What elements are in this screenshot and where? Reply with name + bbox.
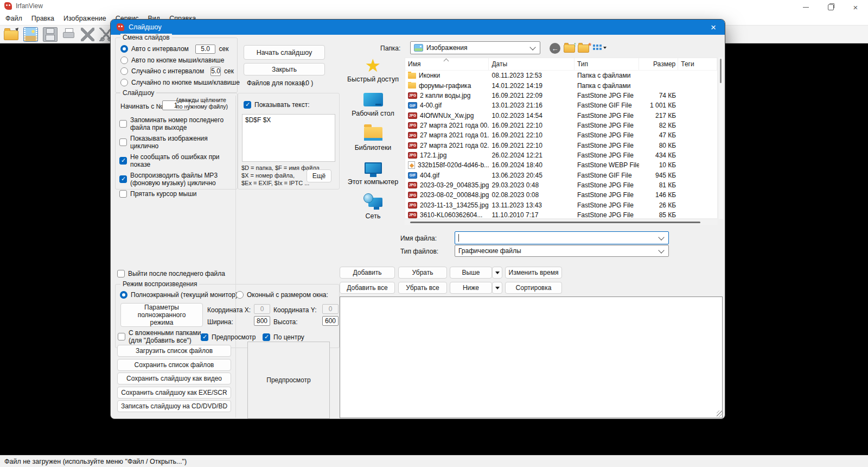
center-checkbox[interactable] — [263, 333, 270, 341]
back-icon[interactable]: ← — [550, 43, 560, 54]
coord-x-input[interactable]: 0 — [254, 304, 270, 314]
column-header-2[interactable]: Даты — [489, 58, 574, 70]
delete-icon[interactable] — [81, 28, 94, 41]
radio-icon[interactable] — [120, 45, 128, 53]
change-time-button[interactable]: Изменить время — [505, 267, 562, 279]
save-file-list-button[interactable]: Сохранить список файлов — [117, 359, 231, 371]
checkbox-icon[interactable] — [119, 120, 127, 128]
table-row[interactable]: JPG2 капли воды.jpg16.09.2021 22:09FastS… — [405, 91, 717, 100]
table-row[interactable]: JPG2023-03-29_004835.jpg29.03.2023 0:48F… — [405, 180, 717, 190]
slide-change-option-3[interactable]: Случайно с интервалом5.0сек — [120, 67, 231, 75]
move-down-button[interactable]: Ниже — [450, 282, 492, 294]
slideshow-option-4[interactable]: Воспроизводить файлы MP3(фоновую музыку)… — [119, 172, 237, 187]
slide-change-option-4[interactable]: Случайно по кнопке мыши/клавише — [120, 78, 231, 87]
width-input[interactable]: 800 — [254, 316, 270, 326]
resize-grip[interactable] — [717, 411, 723, 417]
horizontal-scrollbar-thumb[interactable] — [410, 222, 700, 223]
interval-input[interactable]: 5.0 — [195, 45, 216, 54]
folder-combobox[interactable]: Изображения — [410, 41, 540, 54]
save-slideshow-video-button[interactable]: Сохранить слайдшоу как видео — [117, 373, 231, 384]
table-row[interactable]: JPG4IOfWNUx_Xw.jpg10.02.2023 14:54FastSt… — [405, 110, 717, 120]
exit-after-last-checkbox[interactable] — [117, 270, 125, 277]
new-folder-icon[interactable]: * — [578, 42, 589, 53]
place-desktop[interactable]: Рабочий стол — [342, 90, 404, 124]
move-up-button[interactable]: Выше — [450, 267, 492, 279]
add-all-button[interactable]: Добавить все — [340, 282, 395, 294]
slideshow-option-2[interactable]: Показывать изображения циклично — [119, 135, 237, 150]
show-text-checkbox-row[interactable]: Показывать текст: — [244, 101, 309, 109]
checkbox-icon[interactable] — [119, 138, 127, 146]
radio-icon[interactable] — [120, 79, 128, 86]
column-header-3[interactable]: Тип — [575, 58, 640, 70]
table-row[interactable]: JPG2023-11-13_134255.jpg13.11.2023 13:43… — [405, 200, 717, 210]
print-icon[interactable] — [62, 28, 76, 42]
start-slideshow-button[interactable]: Начать слайдшоу — [244, 45, 325, 60]
slide-change-option-2[interactable]: Авто по кнопке мыши/клавише — [120, 56, 231, 65]
burn-slideshow-cd-button[interactable]: Записать слайдшоу на CD/DVD/BD — [117, 400, 231, 412]
table-row[interactable]: GIF4-00.gif13.01.2023 21:16FastStone GIF… — [405, 100, 717, 110]
dialog-close-icon[interactable]: × — [706, 21, 720, 33]
load-file-list-button[interactable]: Загрузить список файлов — [117, 345, 231, 357]
windowed-radio[interactable] — [236, 291, 244, 299]
table-row[interactable]: GIF404.gif13.06.2023 20:45FastStone GIF … — [405, 170, 717, 180]
fullscreen-radio[interactable] — [120, 291, 127, 299]
file-type-combobox[interactable]: Графические файлы — [455, 245, 669, 257]
sort-button[interactable]: Сортировка — [505, 282, 562, 294]
interval-input[interactable]: 5.0 — [210, 67, 221, 76]
height-input[interactable]: 600 — [322, 316, 339, 326]
remove-button[interactable]: Убрать — [398, 267, 447, 279]
move-up-button-dropdown[interactable] — [492, 267, 502, 279]
menu-item-3[interactable]: Изображение — [63, 15, 106, 22]
dialog-titlebar[interactable]: Слайдшоу × — [111, 20, 725, 35]
exit-after-last-row[interactable]: Выйти после последнего файла — [117, 270, 225, 277]
checkbox-icon[interactable] — [119, 157, 127, 165]
fullscreen-radio-row[interactable]: Полноэкранный (текущий монитор) — [120, 291, 238, 299]
vertical-scrollbar-thumb[interactable] — [720, 59, 722, 83]
checkbox-icon[interactable] — [119, 190, 127, 198]
table-row[interactable]: JPG172.1.jpg26.02.2024 12:21FastStone JP… — [405, 150, 717, 160]
radio-icon[interactable] — [120, 56, 128, 64]
views-icon[interactable] — [593, 44, 602, 52]
radio-icon[interactable] — [120, 67, 128, 75]
table-row[interactable]: JPG27 марта 2021 года 02...16.09.2021 22… — [405, 140, 717, 150]
coord-y-input[interactable]: 0 — [322, 304, 339, 314]
preview-checkbox-row[interactable]: Предпросмотр — [201, 333, 256, 341]
preview-checkbox[interactable] — [201, 333, 208, 341]
table-row[interactable]: 332b158f-020d-4d46-b...16.09.2024 18:40F… — [405, 160, 717, 170]
horizontal-scrollbar[interactable] — [405, 220, 718, 225]
save-slideshow-exe-button[interactable]: Сохранить слайдшоу как EXE/SCR — [117, 387, 231, 399]
slideshow-icon[interactable] — [23, 27, 38, 42]
menu-item-2[interactable]: Правка — [31, 15, 54, 22]
subfolders-checkbox[interactable] — [118, 333, 125, 340]
place-libraries[interactable]: Библиотеки — [342, 124, 404, 158]
save-icon[interactable] — [43, 27, 58, 42]
overlay-text-input[interactable]: $D$F $X — [242, 114, 335, 162]
table-row[interactable]: JPG27 марта 2021 года 01...16.09.2021 22… — [405, 130, 717, 140]
table-row[interactable]: JPG2023-08-02_000848.jpg02.08.2023 0:08F… — [405, 190, 717, 200]
menu-item-1[interactable]: Файл — [5, 15, 22, 22]
move-down-button-dropdown[interactable] — [492, 282, 502, 294]
table-row[interactable]: JPG3610-KL060362604...11.10.2010 7:17Fas… — [405, 210, 717, 219]
open-folder-icon[interactable] — [4, 30, 18, 40]
add-button[interactable]: Добавить — [340, 267, 395, 279]
slideshow-option-1[interactable]: Запоминать номер последнегофайла при вых… — [119, 116, 237, 131]
table-row[interactable]: Иконки08.11.2023 12:53Папка с файлами — [405, 71, 717, 80]
table-row[interactable]: форумы-графика14.01.2022 14:19Папка с фа… — [405, 80, 717, 90]
slideshow-option-5[interactable]: Прятать курсор мыши — [119, 190, 237, 198]
checkbox-icon[interactable] — [119, 175, 127, 183]
fullscreen-params-button[interactable]: Параметры полноэкранного режима — [120, 303, 203, 327]
place-network[interactable]: Сеть — [342, 192, 404, 226]
slideshow-option-3[interactable]: Не сообщать об ошибках при показе — [119, 153, 237, 168]
up-folder-icon[interactable]: ↑ — [564, 42, 575, 53]
slide-change-option-1[interactable]: Авто с интервалом5.0сек — [120, 45, 231, 53]
table-row[interactable]: JPG27 марта 2021 года 00...16.09.2021 22… — [405, 121, 717, 130]
vertical-scrollbar[interactable] — [719, 58, 723, 219]
windowed-radio-row[interactable]: Оконный с размером окна: — [236, 291, 328, 299]
file-name-input[interactable] — [455, 231, 669, 244]
close-dialog-button[interactable]: Закрыть — [244, 63, 325, 75]
slideshow-files-listbox[interactable] — [340, 296, 723, 418]
place-star[interactable]: ★Быстрый доступ — [342, 55, 404, 90]
remove-all-button[interactable]: Убрать все — [398, 282, 447, 294]
subfolders-checkbox-row[interactable]: С вложенными папками (для "Добавить все"… — [118, 329, 201, 344]
column-header-4[interactable]: Размер — [639, 58, 678, 70]
